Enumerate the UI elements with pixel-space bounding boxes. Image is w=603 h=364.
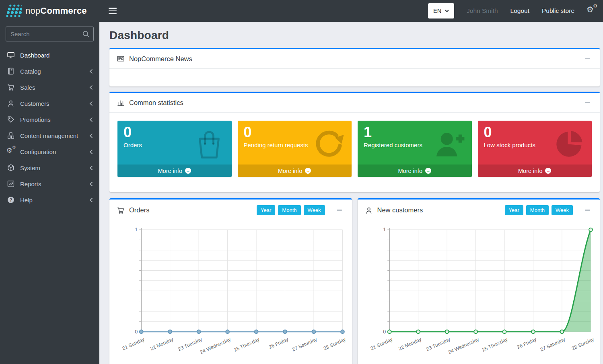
period-button-week[interactable]: Week — [304, 205, 325, 215]
more-info-link[interactable]: More info→ — [238, 165, 352, 177]
language-select[interactable]: EN — [428, 3, 454, 19]
sidebar-item-label: Help — [20, 197, 84, 204]
svg-text:27 Saturday: 27 Saturday — [539, 336, 566, 352]
more-info-link[interactable]: More info→ — [478, 165, 592, 177]
more-info-link[interactable]: More info→ — [358, 165, 472, 177]
statistics-panel: Common statistics 0OrdersMore info→0Pend… — [109, 92, 600, 192]
stat-tile-orders: 0OrdersMore info→ — [117, 121, 232, 177]
search-icon[interactable] — [82, 30, 90, 38]
cubes-icon — [6, 132, 15, 140]
orders-chart-body: 1021 Sunday22 Monday23 Tuesday24 Wednesd… — [109, 221, 352, 356]
svg-text:?: ? — [9, 197, 12, 202]
sidebar-item-label: System — [20, 165, 84, 171]
book-icon — [6, 67, 15, 75]
brand-logo[interactable]: nopCommerce — [0, 0, 99, 22]
new-customers-chart-body: 1021 Sunday22 Monday23 Tuesday24 Wednesd… — [358, 221, 600, 356]
period-button-month[interactable]: Month — [278, 205, 300, 215]
charts-row: Orders YearMonthWeek 1021 Sunday22 Monda… — [109, 198, 600, 364]
public-store-link[interactable]: Public store — [542, 7, 574, 14]
cart-icon — [6, 83, 15, 91]
svg-text:21 Sunday: 21 Sunday — [369, 336, 393, 351]
gears-icon: ⚙⚙ — [6, 148, 15, 156]
bar-chart-icon — [117, 99, 125, 107]
statistics-panel-header: Common statistics — [109, 93, 600, 113]
orders-chart-panel: Orders YearMonthWeek 1021 Sunday22 Monda… — [109, 198, 352, 364]
chevron-down-icon — [445, 10, 449, 12]
sidebar-item-label: Sales — [20, 84, 84, 91]
more-info-label: More info — [158, 168, 182, 174]
stat-tile-pending-return-requests: 0Pending return requestsMore info→ — [238, 121, 352, 177]
sidebar-item-help[interactable]: ?Help — [0, 192, 99, 208]
svg-text:28 Sunday: 28 Sunday — [323, 336, 347, 351]
search-input[interactable] — [6, 27, 94, 41]
topbar: EN John Smith Logout Public store ⚙⚙ — [99, 0, 603, 22]
app-root: nopCommerce DashboardCatalogSalesCustome… — [0, 0, 603, 364]
svg-text:26 Friday: 26 Friday — [268, 336, 289, 350]
chart-icon — [6, 180, 15, 188]
statistics-tiles: 0OrdersMore info→0Pending return request… — [109, 113, 600, 192]
logout-link[interactable]: Logout — [510, 7, 529, 14]
newspaper-icon — [117, 55, 125, 63]
cube-icon — [6, 164, 15, 172]
user-plus-icon — [432, 127, 466, 161]
news-panel-body — [109, 69, 600, 86]
user-icon — [365, 206, 373, 214]
settings-gears-icon[interactable]: ⚙⚙ — [587, 6, 597, 16]
sidebar-item-reports[interactable]: Reports — [0, 176, 99, 192]
sidebar-item-sales[interactable]: Sales — [0, 79, 99, 95]
sidebar-item-configuration[interactable]: ⚙⚙Configuration — [0, 144, 99, 160]
collapse-button[interactable] — [582, 206, 593, 214]
chevron-left-icon — [89, 117, 93, 122]
chevron-left-icon — [89, 165, 93, 171]
period-button-week[interactable]: Week — [552, 205, 573, 215]
sidebar-item-content-management[interactable]: Content management — [0, 128, 99, 144]
chevron-left-icon — [89, 197, 93, 203]
orders-chart-svg: 1021 Sunday22 Monday23 Tuesday24 Wednesd… — [109, 223, 352, 356]
new-customers-chart-panel: New customers YearMonthWeek 1021 Sunday2… — [358, 198, 600, 364]
sidebar-item-label: Catalog — [20, 68, 84, 75]
brand-logo-text: nopCommerce — [25, 6, 87, 16]
chevron-left-icon — [89, 149, 93, 154]
period-button-year[interactable]: Year — [505, 205, 523, 215]
collapse-button[interactable] — [582, 55, 593, 63]
hamburger-menu-icon[interactable] — [109, 8, 117, 14]
refresh-icon — [312, 127, 346, 161]
news-panel: NopCommerce News — [109, 48, 600, 86]
period-button-month[interactable]: Month — [526, 205, 549, 215]
monitor-icon — [6, 51, 15, 59]
period-button-year[interactable]: Year — [257, 205, 275, 215]
stat-tile-low-stock-products: 0Low stock productsMore info→ — [478, 121, 592, 177]
cart-icon — [117, 206, 125, 214]
new-customers-period-buttons: YearMonthWeek — [505, 205, 573, 215]
sidebar: nopCommerce DashboardCatalogSalesCustome… — [0, 0, 99, 364]
chevron-left-icon — [89, 133, 93, 138]
sidebar-item-catalog[interactable]: Catalog — [0, 63, 99, 79]
svg-text:25 Thursday: 25 Thursday — [481, 336, 509, 353]
sidebar-item-label: Reports — [20, 181, 84, 187]
main-column: EN John Smith Logout Public store ⚙⚙ Das… — [99, 0, 603, 364]
sidebar-item-promotions[interactable]: Promotions — [0, 111, 99, 128]
svg-text:1: 1 — [135, 227, 138, 232]
more-info-label: More info — [518, 168, 542, 174]
svg-text:0: 0 — [135, 329, 138, 335]
svg-text:1: 1 — [383, 227, 386, 232]
orders-chart-title: Orders — [129, 206, 149, 214]
user-icon — [6, 99, 15, 107]
svg-text:22 Monday: 22 Monday — [397, 336, 422, 352]
more-info-link[interactable]: More info→ — [117, 165, 232, 177]
sidebar-item-label: Dashboard — [20, 52, 93, 59]
svg-text:21 Sunday: 21 Sunday — [121, 336, 146, 351]
sidebar-item-customers[interactable]: Customers — [0, 95, 99, 111]
svg-text:22 Monday: 22 Monday — [149, 336, 174, 352]
sidebar-item-system[interactable]: System — [0, 160, 99, 176]
chevron-left-icon — [89, 69, 93, 74]
sidebar-item-label: Configuration — [20, 148, 84, 155]
shopping-bag-icon — [192, 127, 226, 161]
content-area: Dashboard NopCommerce News Common statis… — [99, 22, 603, 364]
collapse-button[interactable] — [582, 99, 593, 107]
collapse-button[interactable] — [334, 206, 345, 214]
sidebar-item-label: Content management — [20, 132, 84, 139]
svg-text:28 Sunday: 28 Sunday — [571, 336, 595, 351]
sidebar-item-dashboard[interactable]: Dashboard — [0, 47, 99, 63]
svg-text:24 Wednesday: 24 Wednesday — [447, 336, 480, 355]
